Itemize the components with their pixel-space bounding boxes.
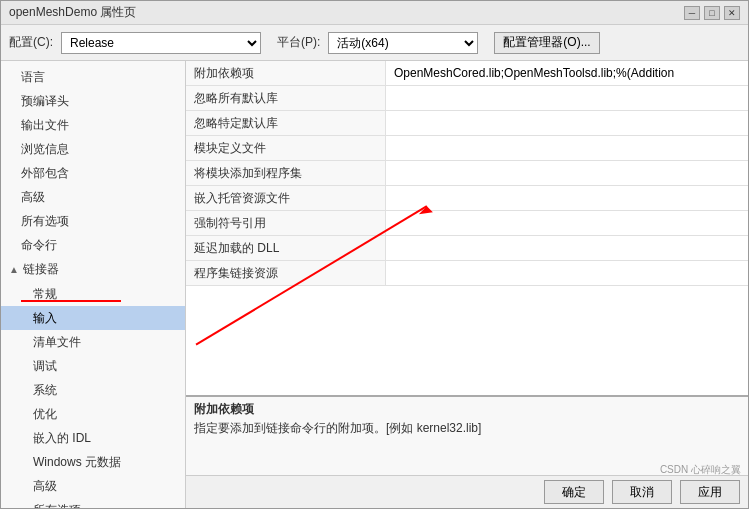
tree-label-suoyou: 所有选项 [21, 214, 69, 228]
left-panel-wrapper: 语言预编译头输出文件浏览信息外部包含高级所有选项命令行▲链接器常规输入清单文件调… [1, 61, 186, 508]
tree-label-waibu: 外部包含 [21, 166, 69, 180]
tree-item-qingdan[interactable]: 清单文件 [1, 330, 185, 354]
maximize-button[interactable]: □ [704, 6, 720, 20]
apply-button[interactable]: 应用 [680, 480, 740, 504]
prop-row-0[interactable]: 附加依赖项OpenMeshCored.lib;OpenMeshToolsd.li… [186, 61, 748, 86]
prop-name-2: 忽略特定默认库 [186, 111, 386, 135]
tree-label-liulan: 浏览信息 [21, 142, 69, 156]
prop-row-6[interactable]: 强制符号引用 [186, 211, 748, 236]
config-label: 配置(C): [9, 34, 53, 51]
close-button[interactable]: ✕ [724, 6, 740, 20]
tree-item-qianru-idl[interactable]: 嵌入的 IDL [1, 426, 185, 450]
prop-value-0: OpenMeshCored.lib;OpenMeshToolsd.lib;%(A… [386, 61, 748, 85]
toolbar: 配置(C): Release 平台(P): 活动(x64) 配置管理器(O)..… [1, 25, 748, 61]
prop-value-6 [386, 211, 748, 235]
prop-name-0: 附加依赖项 [186, 61, 386, 85]
expand-icon-lianjie: ▲ [9, 260, 21, 280]
tree-label-gaoji2: 高级 [33, 479, 57, 493]
tree-label-yuyize: 预编译头 [21, 94, 69, 108]
prop-value-5 [386, 186, 748, 210]
prop-row-1[interactable]: 忽略所有默认库 [186, 86, 748, 111]
tree-label-yuyan: 语言 [21, 70, 45, 84]
left-panel: 语言预编译头输出文件浏览信息外部包含高级所有选项命令行▲链接器常规输入清单文件调… [1, 61, 186, 508]
prop-value-2 [386, 111, 748, 135]
tree-label-xitong: 系统 [33, 383, 57, 397]
prop-name-8: 程序集链接资源 [186, 261, 386, 285]
main-content: 语言预编译头输出文件浏览信息外部包含高级所有选项命令行▲链接器常规输入清单文件调… [1, 61, 748, 508]
prop-row-7[interactable]: 延迟加载的 DLL [186, 236, 748, 261]
tree-label-gaoji: 高级 [21, 190, 45, 204]
prop-row-8[interactable]: 程序集链接资源 [186, 261, 748, 286]
tree-item-xitong[interactable]: 系统 [1, 378, 185, 402]
tree-label-suoyou2: 所有选项 [33, 503, 81, 508]
config-select[interactable]: Release [61, 32, 261, 54]
bottom-description: 指定要添加到链接命令行的附加项。[例如 kernel32.lib] [194, 420, 740, 436]
title-bar: openMeshDemo 属性页 ─ □ ✕ [1, 1, 748, 25]
tree-item-gaoji2[interactable]: 高级 [1, 474, 185, 498]
config-manager-button[interactable]: 配置管理器(O)... [494, 32, 599, 54]
prop-name-3: 模块定义文件 [186, 136, 386, 160]
platform-select[interactable]: 活动(x64) [328, 32, 478, 54]
main-window: openMeshDemo 属性页 ─ □ ✕ 配置(C): Release 平台… [0, 0, 749, 509]
tree-label-qianru-idl: 嵌入的 IDL [33, 431, 91, 445]
right-panel-wrapper: 附加依赖项OpenMeshCored.lib;OpenMeshToolsd.li… [186, 61, 748, 508]
cancel-button[interactable]: 取消 [612, 480, 672, 504]
bottom-title: 附加依赖项 [194, 401, 740, 418]
tree-item-shuchu[interactable]: 输出文件 [1, 113, 185, 137]
prop-value-4 [386, 161, 748, 185]
tree-item-changgui[interactable]: 常规 [1, 282, 185, 306]
tree-item-yuyan[interactable]: 语言 [1, 65, 185, 89]
tree-item-windows-yuanshuju[interactable]: Windows 元数据 [1, 450, 185, 474]
prop-value-7 [386, 236, 748, 260]
tree-item-tiaoshi[interactable]: 调试 [1, 354, 185, 378]
prop-name-4: 将模块添加到程序集 [186, 161, 386, 185]
window-title: openMeshDemo 属性页 [9, 4, 136, 21]
prop-value-3 [386, 136, 748, 160]
tree-item-suoyou[interactable]: 所有选项 [1, 209, 185, 233]
prop-name-1: 忽略所有默认库 [186, 86, 386, 110]
dialog-buttons: 确定 取消 应用 [186, 475, 748, 508]
tree-label-tiaoshi: 调试 [33, 359, 57, 373]
tree-label-shuchu: 输出文件 [21, 118, 69, 132]
minimize-button[interactable]: ─ [684, 6, 700, 20]
tree-label-youhua: 优化 [33, 407, 57, 421]
platform-label: 平台(P): [277, 34, 320, 51]
right-panel: 附加依赖项OpenMeshCored.lib;OpenMeshToolsd.li… [186, 61, 748, 395]
prop-name-6: 强制符号引用 [186, 211, 386, 235]
tree-item-yuyize[interactable]: 预编译头 [1, 89, 185, 113]
prop-value-8 [386, 261, 748, 285]
prop-name-7: 延迟加载的 DLL [186, 236, 386, 260]
tree-item-lianjie[interactable]: ▲链接器 [1, 257, 185, 282]
prop-name-5: 嵌入托管资源文件 [186, 186, 386, 210]
prop-row-4[interactable]: 将模块添加到程序集 [186, 161, 748, 186]
prop-value-1 [386, 86, 748, 110]
tree-label-lianjie: 链接器 [23, 262, 59, 276]
ok-button[interactable]: 确定 [544, 480, 604, 504]
tree-item-waibu[interactable]: 外部包含 [1, 161, 185, 185]
tree-item-liulan[interactable]: 浏览信息 [1, 137, 185, 161]
tree-item-mingling[interactable]: 命令行 [1, 233, 185, 257]
tree-label-changgui: 常规 [33, 287, 57, 301]
tree-item-youhua[interactable]: 优化 [1, 402, 185, 426]
tree-label-mingling: 命令行 [21, 238, 57, 252]
tree-item-shuru[interactable]: 输入 [1, 306, 185, 330]
prop-row-5[interactable]: 嵌入托管资源文件 [186, 186, 748, 211]
title-bar-controls: ─ □ ✕ [684, 6, 740, 20]
tree-label-qingdan: 清单文件 [33, 335, 81, 349]
bottom-panel: 附加依赖项 指定要添加到链接命令行的附加项。[例如 kernel32.lib] [186, 395, 748, 475]
tree-label-windows-yuanshuju: Windows 元数据 [33, 455, 121, 469]
prop-row-2[interactable]: 忽略特定默认库 [186, 111, 748, 136]
tree-label-shuru: 输入 [33, 311, 57, 325]
tree-item-suoyou2[interactable]: 所有选项 [1, 498, 185, 508]
prop-row-3[interactable]: 模块定义文件 [186, 136, 748, 161]
properties-table: 附加依赖项OpenMeshCored.lib;OpenMeshToolsd.li… [186, 61, 748, 395]
tree-item-gaoji[interactable]: 高级 [1, 185, 185, 209]
